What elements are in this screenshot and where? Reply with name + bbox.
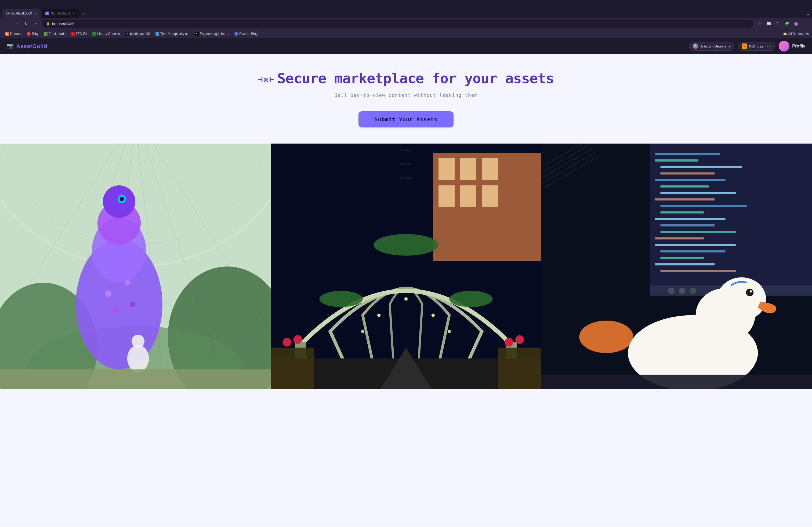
bookmark-label-trackfoods: Track foods (48, 32, 65, 36)
bookmark-favicon-discord: D (234, 32, 238, 36)
tab-label-sign: Sign Protocol (51, 12, 70, 15)
bookmark-time[interactable]: ~ Time Complexity a... (153, 31, 192, 36)
address-bar: ← → ↻ ⌂ 🔒 localhost:3000 ☆ 📖 🛡 🧩 ◉ ⋮ (0, 18, 812, 30)
app-logo[interactable]: 📷 AssetGuild (6, 43, 47, 50)
svg-point-23 (113, 306, 120, 313)
profile-label: Profile (792, 44, 806, 48)
network-label: Arbitrum Sepolia (700, 44, 726, 48)
tab-close-sign[interactable]: ✕ (72, 12, 75, 15)
hero-title: ⊣◎⊢Secure marketplace for your assets (258, 70, 554, 86)
tab-favicon-localhost (6, 12, 10, 15)
bookmark-label-libgen: Library Genesis (97, 32, 120, 36)
submit-assets-button[interactable]: Submit Your Assets (359, 111, 454, 127)
wallet-address-label: 0x0...322 (749, 44, 764, 48)
gallery-item-2: AssetGuild AssetGuild AssetGuild (271, 144, 541, 389)
wallet-button[interactable]: 🦊 0x0...322 (738, 42, 776, 51)
menu-icon[interactable]: ⋮ (801, 20, 809, 27)
back-button[interactable]: ← (3, 20, 11, 27)
hero-icon-row: ⊣◎⊢Secure marketplace for your assets (258, 70, 554, 86)
bookmark-favicon-trackfoods: 🥦 (44, 32, 47, 36)
wallet-icon: 🦊 (742, 44, 747, 49)
bookmark-favicon-ted: T (71, 32, 75, 36)
wallet-dot-2 (769, 46, 770, 47)
bookmark-favicon-time: ~ (156, 32, 159, 36)
bookmark-favicon-detours: D (5, 32, 9, 36)
bookmarks-bar: D Detours T Toby 🥦 Track foods T TED-Ed … (0, 30, 812, 38)
profile-avatar (779, 41, 789, 51)
bookmark-label-detours: Detours (10, 32, 21, 36)
gallery-image-2: AssetGuild AssetGuild AssetGuild (271, 144, 541, 389)
security-icon: 🔒 (46, 22, 50, 26)
title-bar (0, 0, 812, 7)
network-chevron-icon: ▾ (728, 44, 730, 48)
all-bookmarks-button[interactable]: 📁 All Bookmarks (783, 32, 809, 36)
svg-rect-27 (0, 369, 271, 389)
network-selector-button[interactable]: Arbitrum Sepolia ▾ (689, 42, 735, 51)
hero-section: ⊣◎⊢Secure marketplace for your assets Se… (0, 54, 812, 138)
bookmark-label-toby: Toby (32, 32, 39, 36)
refresh-button[interactable]: ↻ (23, 20, 30, 27)
bookmark-trackfoods[interactable]: 🥦 Track foods (42, 31, 68, 36)
bookmark-label-buildspace: buildspaceOS (130, 32, 150, 36)
tab-bar: localhost:3000 ✕ S Sign Protocol ✕ + ▾ (0, 7, 812, 18)
network-icon (693, 44, 698, 49)
app-header-right: Arbitrum Sepolia ▾ 🦊 0x0...322 Profile (689, 41, 806, 51)
svg-point-20 (120, 197, 124, 201)
hero-subtitle: Sell pay-to-view content without leaking… (335, 92, 478, 98)
extension-icon[interactable]: 🛡 (774, 20, 781, 27)
bookmark-favicon-uber: U (195, 32, 199, 36)
tab-favicon-sign: S (45, 12, 49, 15)
home-button[interactable]: ⌂ (32, 20, 40, 27)
bookmark-favicon-buildspace: ◆ (125, 32, 129, 36)
wallet-dot-1 (767, 46, 768, 47)
tab-localhost[interactable]: localhost:3000 ✕ (2, 9, 41, 18)
bookmark-detours[interactable]: D Detours (3, 31, 24, 36)
browser-chrome: localhost:3000 ✕ S Sign Protocol ✕ + ▾ ←… (0, 0, 812, 38)
bookmark-label-ted: TED-Ed (76, 32, 87, 36)
profile-icon[interactable]: ◉ (792, 20, 800, 27)
address-text: localhost:3000 (52, 22, 75, 26)
forward-button[interactable]: → (13, 20, 20, 27)
tab-list-chevron[interactable]: ▾ (806, 12, 810, 18)
bookmark-favicon-libgen: L (92, 32, 96, 36)
bookmark-discord[interactable]: D Discord Blog (232, 31, 260, 36)
star-icon[interactable]: ☆ (756, 20, 763, 27)
bookmark-label-uber: Engineering | Uber... (200, 32, 229, 36)
app-logo-text: AssetGuild (16, 43, 47, 49)
tab-sign[interactable]: S Sign Protocol ✕ (42, 9, 79, 18)
extensions-icon[interactable]: 🧩 (783, 20, 791, 27)
bookmark-ted[interactable]: T TED-Ed (69, 31, 89, 36)
app-wrapper: 📷 AssetGuild Arbitrum Sepolia ▾ 🦊 0x0...… (0, 38, 812, 527)
bookmark-libgen[interactable]: L Library Genesis (90, 31, 122, 36)
bookmark-toby[interactable]: T Toby (25, 31, 41, 36)
bookmark-label-discord: Discord Blog (239, 32, 258, 36)
tab-close-localhost[interactable]: ✕ (33, 12, 37, 15)
tab-label-localhost: localhost:3000 (11, 12, 32, 15)
bookmark-label-time: Time Complexity a... (160, 32, 190, 36)
svg-point-24 (130, 302, 135, 307)
camera-icon: 📷 (6, 43, 14, 50)
all-bookmarks-label: All Bookmarks (788, 32, 809, 36)
bookmark-uber[interactable]: U Engineering | Uber... (193, 31, 231, 36)
svg-point-25 (127, 345, 149, 372)
all-bookmarks-icon: 📁 (783, 32, 787, 36)
gallery-image-3: AssetGuild AssetGuild AssetGuild AssetGu… (541, 144, 812, 389)
wallet-dot-3 (770, 46, 771, 47)
svg-point-26 (132, 335, 144, 347)
address-input[interactable]: 🔒 localhost:3000 (42, 19, 753, 28)
gallery-item-3: AssetGuild AssetGuild AssetGuild AssetGu… (541, 144, 812, 389)
svg-point-21 (105, 290, 112, 297)
hero-decoration-icons: ⊣◎⊢ (258, 75, 275, 84)
toolbar-right: ☆ 📖 🛡 🧩 ◉ ⋮ (756, 20, 809, 27)
gallery-grid: AssetGuild AssetGuild AssetGuild (0, 138, 812, 389)
new-tab-button[interactable]: + (80, 10, 87, 18)
bookmark-buildspace[interactable]: ◆ buildspaceOS (123, 31, 152, 36)
wallet-more-button[interactable] (767, 46, 771, 47)
profile-button[interactable]: Profile (779, 41, 806, 51)
gallery-item-1 (0, 144, 271, 389)
app-header: 📷 AssetGuild Arbitrum Sepolia ▾ 🦊 0x0...… (0, 38, 812, 54)
gallery-image-1 (0, 144, 271, 389)
reading-list-icon[interactable]: 📖 (765, 20, 772, 27)
bookmark-favicon-toby: T (27, 32, 31, 36)
svg-point-22 (125, 280, 130, 286)
